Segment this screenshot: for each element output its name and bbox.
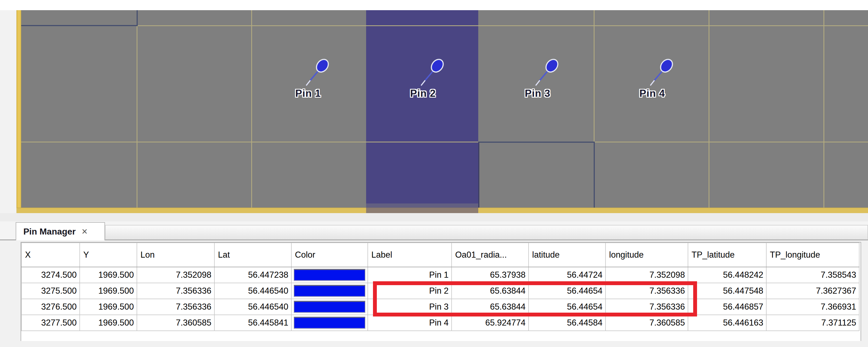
cell-lon[interactable]: 7.360585 <box>137 315 214 331</box>
cell-lat[interactable]: 56.445841 <box>214 315 291 331</box>
cell-y[interactable]: 1969.500 <box>80 315 137 331</box>
cell-y[interactable]: 1969.500 <box>80 283 137 299</box>
grid-line-horizontal <box>21 25 868 26</box>
column-header-lat[interactable]: Lat <box>214 243 291 267</box>
empty-tab-area <box>105 225 868 239</box>
grid-line-vertical <box>824 10 824 208</box>
cell-longitude[interactable]: 7.360585 <box>606 315 688 331</box>
highlight-rectangle <box>373 281 697 316</box>
map-pin-1[interactable]: Pin 1 <box>267 54 349 115</box>
outlined-pixel-cell <box>21 10 138 26</box>
tab-title: Pin Manager <box>23 227 75 237</box>
cell-lon[interactable]: 7.352098 <box>137 267 214 283</box>
grid-line-vertical <box>136 10 137 208</box>
cell-oa01[interactable]: 65.37938 <box>452 267 529 283</box>
grid-line-vertical <box>709 10 709 208</box>
color-swatch[interactable] <box>294 317 365 329</box>
cell-x[interactable]: 3276.500 <box>22 299 80 315</box>
column-header-y[interactable]: Y <box>80 243 137 267</box>
column-header-lon[interactable]: Lon <box>137 243 214 267</box>
column-header-oa01-radiance[interactable]: Oa01_radia... <box>452 243 529 267</box>
cell-x[interactable]: 3274.500 <box>22 267 80 283</box>
column-header-label[interactable]: Label <box>368 243 452 267</box>
pin-label: Pin 4 <box>611 88 693 99</box>
column-header-tp-latitude[interactable]: TP_latitude <box>688 243 766 267</box>
cell-latitude[interactable]: 56.44724 <box>529 267 606 283</box>
pin-label: Pin 1 <box>267 88 349 99</box>
map-left-margin <box>0 10 17 213</box>
column-header-longitude[interactable]: longitude <box>606 243 688 267</box>
cell-tp-latitude[interactable]: 56.447548 <box>688 283 766 299</box>
cell-color[interactable] <box>291 283 368 299</box>
cell-color[interactable] <box>291 267 368 283</box>
table-row-pin-4[interactable]: 3277.500 1969.500 7.360585 56.445841 Pin… <box>22 315 859 331</box>
cell-lat[interactable]: 56.446540 <box>214 283 291 299</box>
color-swatch[interactable] <box>294 285 365 297</box>
cell-x[interactable]: 3277.500 <box>22 315 80 331</box>
cell-lon[interactable]: 7.356336 <box>137 283 214 299</box>
close-icon[interactable]: × <box>82 227 87 236</box>
panel-gap <box>0 213 868 221</box>
tab-pin-manager[interactable]: Pin Manager × <box>16 222 105 240</box>
app-screen: Pin 1 Pin 2 Pin 3 Pin 4 <box>0 0 868 347</box>
cell-longitude[interactable]: 7.352098 <box>606 267 688 283</box>
pin-label: Pin 3 <box>496 88 579 99</box>
column-header-x[interactable]: X <box>22 243 80 267</box>
color-swatch[interactable] <box>294 269 365 281</box>
bottom-margin <box>0 341 868 347</box>
panel-tab-bar: Pin Manager × <box>0 221 868 240</box>
grid-line-horizontal <box>21 142 868 142</box>
cell-tp-latitude[interactable]: 56.446857 <box>688 299 766 315</box>
cell-tp-longitude[interactable]: 7.366931 <box>766 299 859 315</box>
cell-lat[interactable]: 56.447238 <box>214 267 291 283</box>
header-row: X Y Lon Lat Color Label Oa01_radia... la… <box>22 243 859 267</box>
cell-tp-longitude[interactable]: 7.358543 <box>766 267 859 283</box>
cell-label[interactable]: Pin 1 <box>368 267 452 283</box>
map-pin-2[interactable]: Pin 2 <box>382 54 464 115</box>
pin-label: Pin 2 <box>382 88 464 99</box>
cell-y[interactable]: 1969.500 <box>80 267 137 283</box>
cell-tp-latitude[interactable]: 56.446163 <box>688 315 766 331</box>
selected-column-fade <box>366 203 478 213</box>
color-swatch[interactable] <box>294 301 365 313</box>
cell-oa01[interactable]: 65.924774 <box>452 315 529 331</box>
cell-x[interactable]: 3275.500 <box>22 283 80 299</box>
column-header-tp-longitude[interactable]: TP_longitude <box>766 243 859 267</box>
cell-tp-longitude[interactable]: 7.371125 <box>766 315 859 331</box>
image-edge-border <box>17 10 21 213</box>
cell-lon[interactable]: 7.356336 <box>137 299 214 315</box>
grid-line-vertical <box>251 10 252 208</box>
cell-tp-longitude[interactable]: 7.3627367 <box>766 283 859 299</box>
map-pin-4[interactable]: Pin 4 <box>611 54 693 115</box>
cell-label[interactable]: Pin 4 <box>368 315 452 331</box>
column-header-color[interactable]: Color <box>291 243 368 267</box>
column-header-latitude[interactable]: latitude <box>529 243 606 267</box>
cell-lat[interactable]: 56.446540 <box>214 299 291 315</box>
cell-y[interactable]: 1969.500 <box>80 299 137 315</box>
cell-color[interactable] <box>291 315 368 331</box>
cell-color[interactable] <box>291 299 368 315</box>
image-view[interactable]: Pin 1 Pin 2 Pin 3 Pin 4 <box>0 10 868 213</box>
outlined-pixel-cell <box>478 142 595 208</box>
cell-latitude[interactable]: 56.44584 <box>529 315 606 331</box>
cell-tp-latitude[interactable]: 56.448242 <box>688 267 766 283</box>
table-row-pin-1[interactable]: 3274.500 1969.500 7.352098 56.447238 Pin… <box>22 267 859 283</box>
map-pin-3[interactable]: Pin 3 <box>496 54 579 115</box>
